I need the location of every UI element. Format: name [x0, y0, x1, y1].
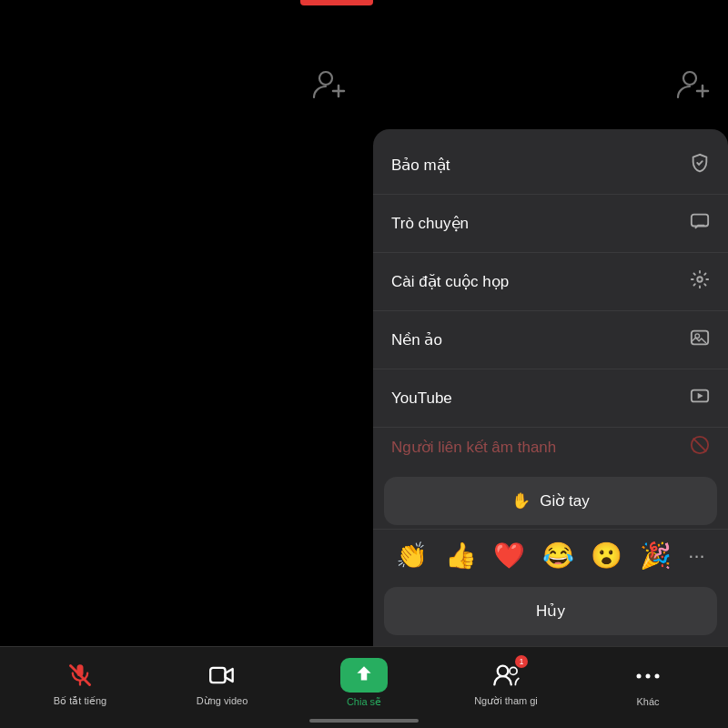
menu-item-chat[interactable]: Trò chuyện [373, 195, 728, 253]
participants-label: Người tham gi [474, 695, 538, 707]
video-label: Dừng video [197, 695, 248, 707]
toolbar-mute[interactable]: Bố tắt tiếng [48, 659, 112, 707]
virtual-bg-label: Nền ảo [391, 330, 442, 349]
reaction-laugh[interactable]: 😂 [542, 541, 574, 571]
participants-badge: 1 [515, 655, 528, 668]
add-participant-left[interactable] [309, 66, 348, 112]
virtual-bg-icon [690, 328, 710, 352]
add-participant-right[interactable] [673, 66, 712, 112]
menu-item-audio[interactable]: Người liên kết âm thanh [373, 428, 728, 466]
raise-hand-button[interactable]: ✋ Giờ tay [384, 477, 717, 525]
reaction-celebrate[interactable]: 🎉 [640, 541, 672, 571]
reaction-thumbsup[interactable]: 👍 [445, 541, 477, 571]
reaction-wow[interactable]: 😮 [591, 541, 622, 571]
share-icon-wrap [340, 658, 388, 693]
svg-point-18 [498, 666, 509, 677]
cancel-button[interactable]: Hủy [384, 587, 717, 635]
svg-rect-6 [692, 215, 708, 227]
more-icon-wrap [628, 660, 668, 693]
mute-label: Bố tắt tiếng [54, 695, 106, 707]
recording-indicator [300, 0, 373, 5]
toolbar-share[interactable]: Chia sẽ [332, 658, 396, 708]
chat-label: Trò chuyện [391, 214, 469, 233]
svg-rect-17 [210, 668, 225, 682]
svg-point-19 [510, 667, 517, 674]
more-label: Khác [636, 696, 659, 707]
menu-item-security[interactable]: Bảo mật [373, 136, 728, 195]
toolbar-more[interactable]: Khác [616, 660, 680, 707]
youtube-icon [690, 386, 710, 410]
popup-menu: Bảo mật Trò chuyện Cài đặt cuộc họp [373, 129, 728, 646]
youtube-label: YouTube [391, 389, 452, 408]
svg-marker-11 [698, 393, 703, 399]
reaction-heart[interactable]: ❤️ [493, 541, 525, 571]
raise-hand-emoji: ✋ [511, 491, 531, 511]
svg-point-3 [683, 72, 696, 85]
more-reactions-button[interactable]: ··· [688, 544, 704, 568]
menu-list: Bảo mật Trò chuyện Cài đặt cuộc họp [373, 129, 728, 473]
raise-hand-label: Giờ tay [540, 491, 589, 511]
security-icon [690, 153, 710, 177]
menu-item-youtube[interactable]: YouTube [373, 369, 728, 428]
audio-label: Người liên kết âm thanh [391, 438, 556, 457]
settings-label: Cài đặt cuộc họp [391, 272, 509, 291]
bottom-toolbar: Bố tắt tiếng Dừng video Chia sẽ [0, 646, 728, 728]
toolbar-video[interactable]: Dừng video [190, 659, 254, 707]
svg-point-21 [646, 673, 651, 678]
reaction-clap[interactable]: 👏 [396, 541, 428, 571]
emoji-reactions-row: 👏 👍 ❤️ 😂 😮 🎉 ··· [373, 529, 728, 581]
cancel-label: Hủy [536, 602, 565, 621]
audio-icon [690, 435, 710, 460]
svg-point-7 [697, 277, 703, 282]
participants-icon-wrap: 1 [486, 659, 526, 692]
home-indicator [309, 719, 419, 723]
svg-point-0 [319, 72, 332, 85]
settings-icon [690, 269, 710, 294]
menu-item-virtual-bg[interactable]: Nền ảo [373, 311, 728, 369]
svg-line-13 [693, 438, 707, 451]
menu-item-settings[interactable]: Cài đặt cuộc họp [373, 253, 728, 311]
toolbar-participants[interactable]: 1 Người tham gi [474, 659, 538, 707]
share-label: Chia sẽ [347, 696, 381, 708]
svg-point-22 [655, 673, 660, 678]
security-label: Bảo mật [391, 156, 450, 175]
svg-point-20 [637, 673, 642, 678]
mute-icon-wrap [60, 659, 100, 692]
chat-icon [690, 211, 710, 236]
video-icon-wrap [202, 659, 242, 692]
